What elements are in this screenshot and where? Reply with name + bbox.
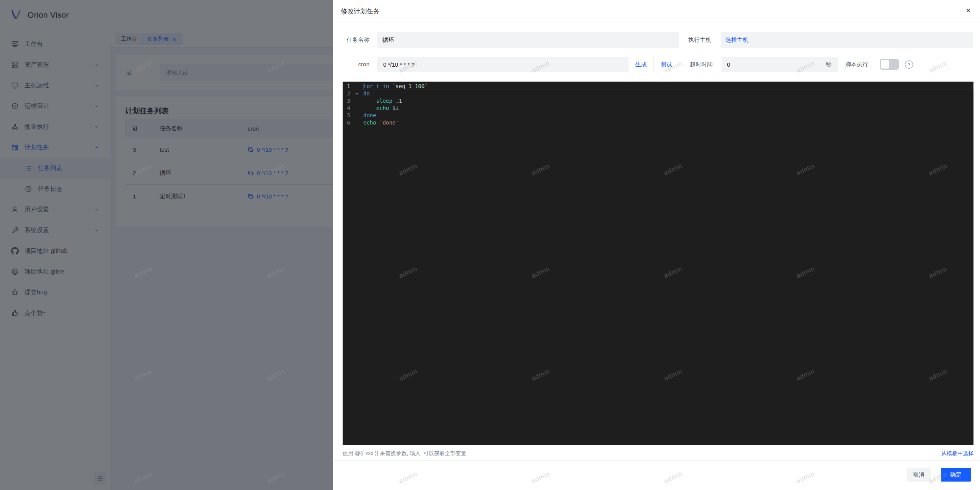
drawer-title: 修改计划任务 [341, 0, 380, 23]
cron-field-group: 生成 测试 [377, 57, 679, 72]
generate-cron-link[interactable]: 生成 [635, 61, 647, 68]
confirm-button[interactable]: 确定 [941, 468, 971, 482]
code-line: 1for i in `seq 1 100` [343, 83, 973, 90]
timeout-input[interactable] [722, 61, 826, 68]
test-cron-link[interactable]: 测试 [661, 61, 672, 68]
script-exec-label: 脚本执行 [845, 57, 868, 72]
timeout-label: 超时时间 [678, 57, 713, 72]
task-name-field [377, 32, 679, 48]
code-line: 2do [343, 90, 973, 97]
code-line: 4 echo $i [343, 105, 973, 112]
timeout-unit: 秒 [826, 61, 838, 68]
fold-chevron-icon[interactable] [350, 90, 363, 97]
cron-actions: 生成 测试 [629, 57, 679, 72]
task-name-label: 任务名称 [341, 32, 369, 48]
close-icon[interactable]: ✕ [966, 7, 971, 14]
code-line: 3 sleep .1 [343, 97, 973, 105]
cancel-button[interactable]: 取消 [906, 468, 931, 482]
editor-hint-row: 使用 @{{ xxx }} 来替换参数, 输入_可以获取全部变量 从模板中选择 [343, 447, 973, 460]
code-line: 5done [343, 112, 973, 119]
select-host-link[interactable]: 选择主机 [725, 36, 748, 44]
drawer-header: 修改计划任务 ✕ [333, 0, 980, 23]
code-editor[interactable]: 1for i in `seq 1 100` 2do 3 sleep .1 4 e… [343, 82, 973, 445]
code-line: 6echo 'done' [343, 119, 973, 126]
edit-task-drawer: 修改计划任务 ✕ 任务名称 执行主机 选择主机 cron 生成 测试 超时时间 … [333, 0, 980, 490]
task-name-input[interactable] [377, 37, 679, 43]
cron-field [377, 57, 629, 72]
params-hint: 使用 @{{ xxx }} 来替换参数, 输入_可以获取全部变量 [343, 450, 466, 456]
cron-input[interactable] [377, 61, 629, 68]
line-number: 5 [343, 112, 350, 119]
line-number: 4 [343, 105, 350, 112]
script-exec-toggle[interactable] [880, 59, 899, 70]
toggle-knob [881, 60, 889, 69]
current-line-highlight [363, 83, 973, 90]
page: Orion Visor 工作台 资产管理 主机运维 运维审计 [0, 0, 980, 490]
indent-guide [718, 98, 718, 113]
drawer-footer: 取消 确定 [333, 461, 980, 490]
exec-host-label: 执行主机 [678, 32, 711, 48]
cron-label: cron [341, 57, 369, 72]
help-icon[interactable]: ? [905, 61, 913, 69]
line-number: 2 [343, 90, 350, 97]
exec-host-field: 选择主机 [721, 32, 973, 48]
line-number: 3 [343, 97, 350, 105]
line-number: 6 [343, 119, 350, 126]
select-from-template-link[interactable]: 从模板中选择 [941, 447, 973, 460]
line-number: 1 [343, 83, 350, 90]
timeout-field: 秒 [722, 57, 838, 72]
